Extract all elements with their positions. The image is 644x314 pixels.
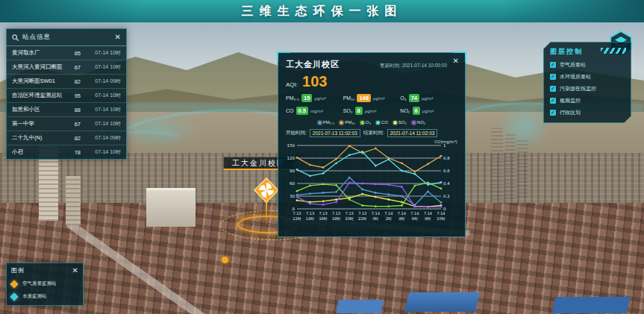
pollutant-name: SO₂ — [343, 108, 353, 113]
station-list-panel: 站点信息 ✕ 黄河取水厂 85 07-14 10时 大黑河入黄河口断面 67 0… — [6, 28, 127, 160]
svg-text:0.8: 0.8 — [443, 156, 450, 160]
svg-text:7.1312时: 7.1312时 — [293, 211, 301, 221]
checkbox-checked-icon[interactable]: ✓ — [550, 86, 556, 92]
blue-roof-warehouse — [336, 300, 383, 313]
legend-dot — [318, 121, 322, 125]
svg-text:7.142时: 7.142时 — [384, 211, 393, 221]
station-panel-header: 站点信息 ✕ — [7, 29, 126, 46]
layer-item[interactable]: ✓ 视频监控 — [550, 97, 625, 104]
station-row[interactable]: 小召 78 07-14 10时 — [7, 145, 126, 159]
legend-dot — [340, 121, 343, 125]
checkbox-checked-icon[interactable]: ✓ — [550, 62, 556, 68]
station-row[interactable]: 如意和小区 88 07-14 10时 — [7, 103, 126, 117]
end-time-input[interactable]: 2021-07-14 11:02:03 — [387, 129, 438, 137]
station-row[interactable]: 黄河取水厂 85 07-14 10时 — [7, 46, 126, 60]
station-time: 07-14 09时 — [84, 134, 121, 142]
legend-item[interactable]: PM₁₀ — [340, 120, 355, 125]
pollutant-trend-chart: 00300.2600.4900.61200.81501CO(mg/m³)7.13… — [286, 139, 457, 231]
pollutant-unit: μg/m³ — [373, 96, 384, 101]
station-value: 85 — [67, 50, 81, 57]
layer-label: 污染源在线监控 — [560, 85, 596, 92]
header-bar: 三维生态环保一张图 — [0, 0, 644, 22]
layer-control-panel: 图层控制 ✓ 空气质量站 ✓ 水环境质量站 ✓ 污染源在线监控 ✓ 视频监控 ✓… — [543, 42, 631, 123]
pollutant-name: CO — [286, 108, 294, 113]
layer-item[interactable]: ✓ 污染源在线监控 — [550, 85, 625, 92]
blue-roof-warehouse — [551, 297, 630, 313]
layer-label: 行政区划 — [560, 109, 581, 116]
svg-text:7.140时: 7.140时 — [372, 211, 380, 221]
checkbox-checked-icon[interactable]: ✓ — [550, 74, 556, 80]
station-value: 82 — [67, 78, 81, 85]
layer-item[interactable]: ✓ 水环境质量站 — [550, 73, 625, 81]
station-value: 82 — [67, 135, 81, 142]
station-marker-icon[interactable] — [254, 178, 279, 203]
pollutant-reading: SO₂ 8 μg/m³ — [343, 107, 401, 115]
pollutant-reading: O₃ 74 μg/m³ — [400, 94, 457, 102]
legend-name: O₃ — [366, 120, 371, 125]
legend-dot — [376, 121, 380, 125]
svg-text:7.1320时: 7.1320时 — [345, 211, 353, 221]
chart-legend: PM₂.₅ PM₁₀ O₃ CO SO₂ NO₂ — [286, 120, 457, 125]
legend-dot — [412, 121, 416, 125]
page-title: 三维生态环保一张图 — [0, 0, 644, 22]
station-value: 67 — [67, 64, 81, 71]
station-value: 67 — [67, 121, 81, 128]
station-dot-marker[interactable] — [222, 257, 228, 263]
legend-name: PM₂.₅ — [323, 120, 334, 125]
start-time-label: 开始时间: — [286, 130, 307, 136]
station-name: 大黑河入黄河口断面 — [12, 63, 64, 71]
checkbox-checked-icon[interactable]: ✓ — [550, 110, 556, 116]
tower-building — [66, 176, 81, 225]
station-row[interactable]: 大黑河入黄河口断面 67 07-14 10时 — [7, 60, 126, 75]
pollutant-grid: PM₂.₅ 15 μg/m³ PM₁₀ 148 μg/m³ O₃ 74 μg/m… — [286, 94, 457, 115]
layer-item[interactable]: ✓ 行政区划 — [550, 109, 625, 116]
legend-row: 空气质量监测站 — [11, 280, 78, 287]
marker-stem — [266, 202, 267, 224]
stripes-decoration — [601, 48, 626, 54]
station-row[interactable]: 第一中学 67 07-14 10时 — [7, 117, 126, 131]
pollutant-reading: PM₂.₅ 15 μg/m³ — [286, 94, 343, 102]
svg-text:7.148时: 7.148时 — [424, 211, 432, 221]
layer-item[interactable]: ✓ 空气质量站 — [550, 61, 625, 69]
pollutant-name: PM₁₀ — [343, 95, 355, 101]
legend-name: NO₂ — [417, 120, 425, 125]
pollutant-unit: μg/m³ — [314, 96, 325, 101]
start-time-input[interactable]: 2021-07-13 11:02:03 — [310, 129, 360, 137]
app-window: 工大金川校区 三维生态环保一张图 站点信息 ✕ 黄河取水厂 85 07-14 1… — [0, 0, 644, 314]
station-row[interactable]: 二十九中(N) 82 07-14 09时 — [7, 131, 126, 145]
svg-text:7.1318时: 7.1318时 — [332, 211, 340, 221]
legend-item[interactable]: O₃ — [360, 120, 371, 125]
svg-text:0.6: 0.6 — [443, 169, 450, 173]
station-name: 二十九中(N) — [12, 134, 64, 142]
layer-label: 视频监控 — [560, 97, 581, 104]
station-detail-popup: 工大金川校区 更新时间: 2021-07-14 10:00:00 ✕ AQI: … — [278, 52, 466, 237]
station-name: 黄河取水厂 — [12, 49, 64, 57]
legend-row: 水质监测站 — [11, 293, 78, 300]
station-time: 07-14 10时 — [84, 120, 121, 128]
svg-text:30: 30 — [290, 194, 295, 198]
layer-label: 水环境质量站 — [560, 73, 591, 81]
checkbox-checked-icon[interactable]: ✓ — [550, 98, 556, 104]
white-building — [146, 188, 196, 227]
svg-text:0.4: 0.4 — [443, 181, 450, 186]
legend-item[interactable]: PM₂.₅ — [318, 120, 334, 125]
station-name: 大黑河断面SW01 — [12, 78, 64, 85]
pollutant-name: NO₂ — [400, 108, 410, 113]
legend-item[interactable]: NO₂ — [412, 120, 425, 125]
station-rows: 黄河取水厂 85 07-14 10时 大黑河入黄河口断面 67 07-14 10… — [7, 46, 126, 159]
holo-glow — [498, 103, 551, 151]
legend-item[interactable]: SO₂ — [393, 120, 407, 125]
svg-text:60: 60 — [290, 181, 295, 186]
close-icon[interactable]: ✕ — [115, 34, 121, 41]
svg-text:7.1410时: 7.1410时 — [437, 211, 445, 221]
blue-roof-warehouse — [404, 292, 480, 312]
aqi-label: AQI: — [286, 81, 298, 88]
station-value: 95 — [67, 92, 81, 99]
station-row[interactable]: 大黑河断面SW01 82 07-14 09时 — [7, 75, 126, 89]
pollutant-reading: CO 0.5 mg/m³ — [286, 107, 343, 115]
close-icon[interactable]: ✕ — [72, 267, 78, 274]
station-row[interactable]: 自治区环境监测总站 95 07-14 10时 — [7, 89, 126, 103]
close-icon[interactable]: ✕ — [453, 57, 459, 65]
legend-dot — [393, 121, 397, 125]
legend-item[interactable]: CO — [376, 120, 388, 125]
